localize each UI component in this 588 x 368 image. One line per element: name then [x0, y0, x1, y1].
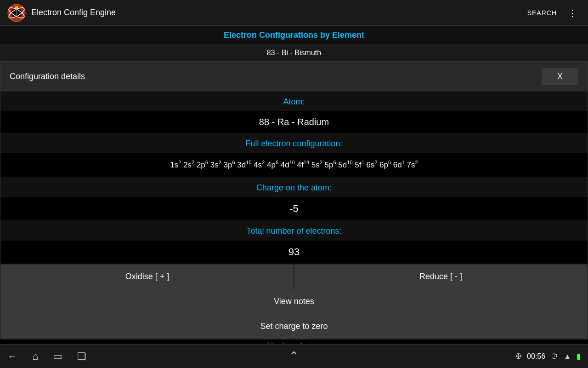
charge-value: -5: [289, 203, 299, 214]
top-bar: Electron Config Engine SEARCH ⋮: [0, 0, 588, 26]
up-icon[interactable]: ⌃: [289, 349, 299, 363]
app-title: Electron Config Engine: [31, 8, 522, 17]
wifi-icon: ▲: [564, 352, 571, 361]
element-header: 83 - Bi - Bismuth: [0, 45, 588, 61]
alarm-icon: ⏱: [551, 352, 558, 361]
modal-close-button[interactable]: X: [542, 68, 578, 85]
electron-config-label-row: Full electron configuration:: [0, 133, 588, 153]
usb-icon: ✠: [515, 352, 521, 361]
overflow-menu-button[interactable]: ⋮: [564, 4, 581, 22]
title-bar: Electron Configurations by Element: [0, 26, 588, 45]
bottom-right-status: ✠ 00:56 ⏱ ▲ ▮: [515, 352, 581, 361]
electrons-row: Total number of electrons: 93: [0, 221, 588, 264]
charge-label: Charge on the atom:: [256, 183, 332, 192]
modal-title: Configuration details: [10, 72, 542, 81]
electrons-label-row: Total number of electrons:: [0, 221, 588, 241]
page-title: Electron Configurations by Element: [224, 30, 364, 40]
atom-value-row: 88 - Ra - Radium: [0, 111, 588, 133]
battery-icon: ▮: [577, 352, 581, 361]
current-element: 83 - Bi - Bismuth: [267, 49, 321, 57]
electron-config-row: Full electron configuration: 1s2 2s2 2p6…: [0, 133, 588, 178]
configuration-details-modal: Configuration details X Atom: 88 - Ra - …: [0, 61, 588, 339]
electrons-value-row: 93: [0, 241, 588, 264]
atom-value: 88 - Ra - Radium: [259, 117, 329, 127]
electron-config-value-row: 1s2 2s2 2p6 3s2 3p6 3d10 4s2 4p6 4d10 4f…: [0, 153, 588, 177]
modal-action-buttons: Oxidise [ + ] Reduce [ - ] View notes Se…: [0, 264, 588, 339]
scan-icon[interactable]: ❏: [77, 351, 86, 362]
bottom-navigation: ← ⌂ ▭ ❏ ⌃ ✠ 00:56 ⏱ ▲ ▮: [0, 344, 588, 368]
recent-apps-icon[interactable]: ▭: [53, 351, 62, 362]
modal-header: Configuration details X: [0, 62, 588, 92]
charge-row: Charge on the atom: -5: [0, 178, 588, 221]
bottom-center-nav: ⌃: [289, 349, 299, 363]
reduce-button[interactable]: Reduce [ - ]: [294, 264, 588, 289]
electrons-label: Total number of electrons:: [246, 226, 341, 236]
search-button[interactable]: SEARCH: [522, 6, 562, 20]
set-charge-zero-button[interactable]: Set charge to zero: [0, 314, 588, 339]
atom-label: Atom:: [283, 97, 305, 106]
charge-label-row: Charge on the atom:: [0, 178, 588, 197]
atom-row: Atom: 88 - Ra - Radium: [0, 92, 588, 133]
system-time: 00:56: [527, 352, 545, 361]
charge-value-row: -5: [0, 197, 588, 220]
app-logo: [7, 4, 26, 22]
home-icon[interactable]: ⌂: [32, 351, 38, 362]
oxidise-button[interactable]: Oxidise [ + ]: [0, 264, 294, 289]
main-content: 85 - At - Astatine 88 - Ra - Radium 89 -…: [0, 61, 588, 344]
electron-config-label: Full electron configuration:: [245, 139, 342, 148]
back-icon[interactable]: ←: [7, 351, 17, 362]
bottom-left-nav: ← ⌂ ▭ ❏: [7, 351, 86, 362]
electron-config-value: 1s2 2s2 2p6 3s2 3p6 3d10 4s2 4p6 4d10 4f…: [170, 161, 418, 169]
modal-overlay: Configuration details X Atom: 88 - Ra - …: [0, 61, 588, 344]
oxidise-reduce-row: Oxidise [ + ] Reduce [ - ]: [0, 264, 588, 289]
electrons-value: 93: [288, 246, 300, 258]
view-notes-button[interactable]: View notes: [0, 289, 588, 314]
atom-label-row: Atom:: [0, 92, 588, 111]
